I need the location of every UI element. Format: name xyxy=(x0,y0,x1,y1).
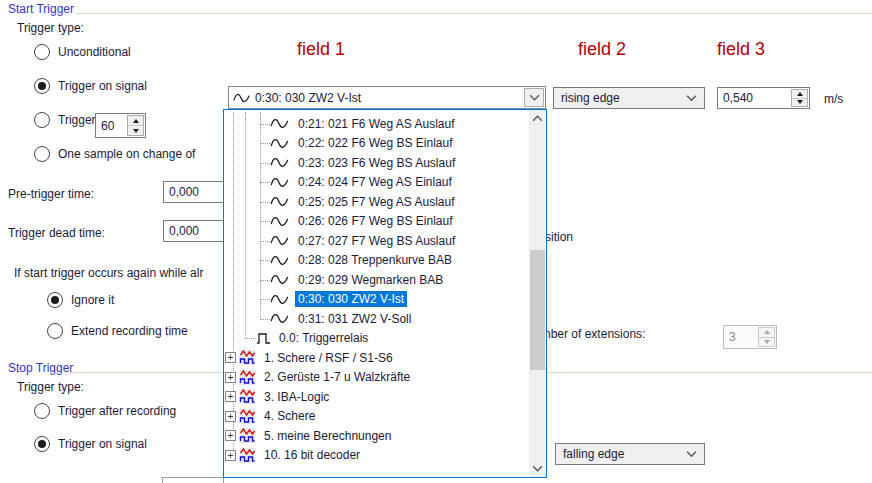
list-item[interactable]: 0.0: Triggerrelais xyxy=(224,329,529,349)
list-item[interactable]: 0:22: 022 F6 Weg BS Einlauf xyxy=(224,134,529,154)
stop-edge-combobox[interactable]: falling edge xyxy=(555,443,705,465)
spin-down-button[interactable] xyxy=(128,126,143,135)
chevron-down-icon xyxy=(686,451,697,458)
radio-circle[interactable] xyxy=(47,323,63,339)
signal-group-icon xyxy=(239,389,256,404)
extensions-spinner-disabled: 3 xyxy=(723,325,777,349)
list-item[interactable]: 0:26: 026 F7 Weg BS Einlauf xyxy=(224,212,529,232)
list-item-label: 0:27: 027 F7 Weg BS Auslauf xyxy=(295,233,458,249)
radio-label: Trigger after recording xyxy=(58,404,176,418)
list-item-selected[interactable]: 0:30: 030 ZW2 V-Ist xyxy=(224,290,529,310)
spin-down-button xyxy=(759,338,774,347)
signal-combobox[interactable]: 0:30: 030 ZW2 V-Ist xyxy=(228,86,546,109)
trigger-settings-panel: Start Trigger Trigger type: Unconditiona… xyxy=(0,0,872,483)
radio-stop-trigger-on-signal[interactable]: Trigger on signal xyxy=(34,436,147,452)
spinner-value: 60 xyxy=(101,119,114,133)
signal-dropdown-list: 0:21: 021 F6 Weg AS Auslauf 0:22: 022 F6… xyxy=(223,109,547,478)
radio-circle[interactable] xyxy=(34,403,50,419)
list-item-label: 0:23: 023 F6 Weg BS Auslauf xyxy=(295,155,458,171)
list-item[interactable]: 0:25: 025 F7 Weg AS Auslauf xyxy=(224,192,529,212)
scrollbar-thumb[interactable] xyxy=(530,250,545,370)
list-item-label: 0:22: 022 F6 Weg BS Einlauf xyxy=(295,135,456,151)
digital-signal-icon xyxy=(257,332,271,344)
tree-group-item[interactable]: + 1. Schere / RSF / S1-S6 xyxy=(224,348,529,368)
list-item[interactable]: 0:27: 027 F7 Weg BS Auslauf xyxy=(224,231,529,251)
tree-group-item[interactable]: + 4. Schere xyxy=(224,407,529,427)
input-value: 0,000 xyxy=(169,224,199,238)
radio-one-sample[interactable]: One sample on change of xyxy=(34,146,195,162)
edge-combobox[interactable]: rising edge xyxy=(553,87,705,109)
trigger-every-spinner[interactable]: 60 xyxy=(95,113,146,138)
spin-down-button[interactable] xyxy=(792,99,807,107)
input-value: 0,000 xyxy=(169,185,199,199)
list-item-label: 10. 16 bit decoder xyxy=(261,447,363,463)
radio-label: Ignore it xyxy=(71,293,114,307)
combobox-dropdown-button[interactable] xyxy=(524,88,544,107)
radio-circle[interactable] xyxy=(34,44,50,60)
radio-circle-selected[interactable] xyxy=(47,292,63,308)
chevron-down-icon xyxy=(686,95,697,102)
radio-label: Extend recording time xyxy=(71,324,188,338)
stop-signal-combobox-partial[interactable] xyxy=(162,477,224,483)
list-item[interactable]: 0:21: 021 F6 Weg AS Auslauf xyxy=(224,114,529,134)
list-item-label: 0:21: 021 F6 Weg AS Auslauf xyxy=(295,116,458,132)
scroll-down-button[interactable] xyxy=(529,460,546,477)
spin-up-button[interactable] xyxy=(128,116,143,126)
analog-signal-icon xyxy=(270,176,290,189)
list-item[interactable]: 0:28: 028 Treppenkurve BAB xyxy=(224,251,529,271)
signal-group-icon xyxy=(239,370,256,385)
tree-group-item[interactable]: + 3. IBA-Logic xyxy=(224,387,529,407)
spinner-buttons xyxy=(758,327,775,347)
start-trigger-group-title: Start Trigger xyxy=(8,2,74,16)
expand-plus-icon[interactable]: + xyxy=(225,430,236,441)
expand-plus-icon[interactable]: + xyxy=(225,391,236,402)
radio-circle-selected[interactable] xyxy=(34,436,50,452)
list-item[interactable]: 0:31: 031 ZW2 V-Soll xyxy=(224,309,529,329)
pre-trigger-time-label: Pre-trigger time: xyxy=(8,187,94,201)
list-item-label: 0:24: 024 F7 Weg AS Einlauf xyxy=(295,174,455,190)
list-item[interactable]: 0:29: 029 Wegmarken BAB xyxy=(224,270,529,290)
list-item-label: 3. IBA-Logic xyxy=(261,389,332,405)
unit-label: m/s xyxy=(824,92,843,106)
scroll-up-button[interactable] xyxy=(529,110,546,127)
number-of-extensions-label: nber of extensions: xyxy=(544,327,645,341)
radio-trigger-on-signal[interactable]: Trigger on signal xyxy=(34,78,147,94)
radio-circle[interactable] xyxy=(34,146,50,162)
spin-up-button[interactable] xyxy=(792,90,807,99)
tree-group-item[interactable]: + 10. 16 bit decoder xyxy=(224,446,529,466)
analog-signal-icon xyxy=(233,92,251,104)
signal-group-icon xyxy=(239,409,256,424)
start-trigger-type-label: Trigger type: xyxy=(17,21,84,35)
scrollbar[interactable] xyxy=(529,110,546,477)
spinner-buttons xyxy=(127,115,144,136)
radio-ignore-it[interactable]: Ignore it xyxy=(47,292,114,308)
tree-group-item[interactable]: + 5. meine Berechnungen xyxy=(224,426,529,446)
radio-circle[interactable] xyxy=(34,112,50,128)
list-item[interactable]: 0:24: 024 F7 Weg AS Einlauf xyxy=(224,173,529,193)
expand-plus-icon[interactable]: + xyxy=(225,352,236,363)
list-item-label: 2. Gerüste 1-7 u Walzkräfte xyxy=(261,369,413,385)
expand-plus-icon[interactable]: + xyxy=(225,450,236,461)
expand-plus-icon[interactable]: + xyxy=(225,372,236,383)
radio-label: Unconditional xyxy=(58,45,131,59)
tree-group-item[interactable]: + 2. Gerüste 1-7 u Walzkräfte xyxy=(224,368,529,388)
radio-label: Trigger on signal xyxy=(58,79,147,93)
list-item-label: 4. Schere xyxy=(261,408,318,424)
list-item[interactable]: 0:23: 023 F6 Weg BS Auslauf xyxy=(224,153,529,173)
annotation-field-2: field 2 xyxy=(578,39,626,60)
radio-label: One sample on change of xyxy=(58,147,195,161)
trigger-level-spinner[interactable]: 0,540 xyxy=(717,87,810,109)
signal-group-icon xyxy=(239,448,256,463)
radio-trigger-after-recording[interactable]: Trigger after recording xyxy=(34,403,176,419)
edge-combobox-value: falling edge xyxy=(563,447,624,461)
radio-unconditional[interactable]: Unconditional xyxy=(34,44,131,60)
signal-group-icon xyxy=(239,350,256,365)
list-item-label: 0:28: 028 Treppenkurve BAB xyxy=(295,252,455,268)
radio-label: Trigger on signal xyxy=(58,437,147,451)
chevron-down-icon xyxy=(529,94,540,101)
radio-extend-recording[interactable]: Extend recording time xyxy=(47,323,188,339)
spinner-buttons xyxy=(791,89,808,107)
radio-circle-selected[interactable] xyxy=(34,78,50,94)
trigger-dead-time-label: Trigger dead time: xyxy=(8,226,105,240)
expand-plus-icon[interactable]: + xyxy=(225,411,236,422)
